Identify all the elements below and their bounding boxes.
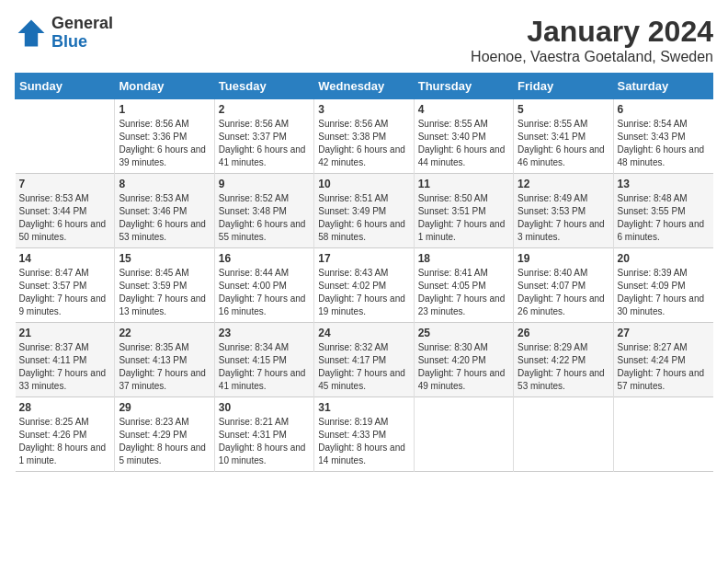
day-info: Sunrise: 8:25 AMSunset: 4:26 PMDaylight:… [19, 416, 111, 467]
calendar-cell: 9Sunrise: 8:52 AMSunset: 3:48 PMDaylight… [214, 174, 313, 248]
calendar-week-row: 21Sunrise: 8:37 AMSunset: 4:11 PMDayligh… [16, 323, 713, 397]
calendar-cell: 10Sunrise: 8:51 AMSunset: 3:49 PMDayligh… [314, 174, 414, 248]
day-number: 26 [518, 327, 609, 339]
header-thursday: Thursday [414, 74, 513, 99]
day-info: Sunrise: 8:55 AMSunset: 3:41 PMDaylight:… [518, 118, 609, 169]
day-info: Sunrise: 8:27 AMSunset: 4:24 PMDaylight:… [618, 341, 710, 393]
day-info: Sunrise: 8:19 AMSunset: 4:33 PMDaylight:… [318, 416, 409, 467]
calendar-cell: 20Sunrise: 8:39 AMSunset: 4:09 PMDayligh… [613, 248, 712, 323]
logo: General Blue [15, 15, 113, 52]
day-info: Sunrise: 8:45 AMSunset: 3:59 PMDaylight:… [119, 267, 210, 318]
calendar-cell: 13Sunrise: 8:48 AMSunset: 3:55 PMDayligh… [613, 174, 712, 248]
day-number: 6 [618, 103, 710, 116]
calendar-cell: 12Sunrise: 8:49 AMSunset: 3:53 PMDayligh… [514, 174, 613, 248]
day-number: 19 [518, 252, 609, 265]
calendar-cell: 30Sunrise: 8:21 AMSunset: 4:31 PMDayligh… [214, 397, 313, 472]
calendar-cell [613, 397, 712, 472]
day-number: 14 [19, 252, 111, 265]
day-info: Sunrise: 8:29 AMSunset: 4:22 PMDaylight:… [518, 341, 609, 393]
svg-marker-0 [18, 19, 45, 46]
day-info: Sunrise: 8:53 AMSunset: 3:44 PMDaylight:… [19, 192, 111, 244]
day-number: 28 [19, 401, 111, 414]
calendar-cell: 16Sunrise: 8:44 AMSunset: 4:00 PMDayligh… [214, 248, 313, 323]
day-info: Sunrise: 8:52 AMSunset: 3:48 PMDaylight:… [219, 192, 310, 244]
calendar-cell: 26Sunrise: 8:29 AMSunset: 4:22 PMDayligh… [514, 323, 613, 397]
calendar-cell: 3Sunrise: 8:56 AMSunset: 3:38 PMDaylight… [314, 99, 414, 174]
calendar-cell: 29Sunrise: 8:23 AMSunset: 4:29 PMDayligh… [115, 397, 214, 472]
day-number: 15 [119, 252, 210, 265]
page-header: General Blue January 2024 Hoenoe, Vaestr… [15, 15, 713, 65]
day-info: Sunrise: 8:55 AMSunset: 3:40 PMDaylight:… [418, 118, 509, 169]
day-number: 13 [618, 178, 710, 190]
header-sunday: Sunday [16, 74, 115, 99]
day-number: 4 [418, 103, 509, 116]
calendar-cell: 1Sunrise: 8:56 AMSunset: 3:36 PMDaylight… [115, 99, 214, 174]
day-info: Sunrise: 8:30 AMSunset: 4:20 PMDaylight:… [418, 341, 509, 393]
calendar-cell: 28Sunrise: 8:25 AMSunset: 4:26 PMDayligh… [16, 397, 115, 472]
day-info: Sunrise: 8:43 AMSunset: 4:02 PMDaylight:… [318, 267, 409, 318]
day-number: 9 [219, 178, 310, 190]
day-info: Sunrise: 8:21 AMSunset: 4:31 PMDaylight:… [219, 416, 310, 467]
calendar-cell: 14Sunrise: 8:47 AMSunset: 3:57 PMDayligh… [16, 248, 115, 323]
calendar-cell: 2Sunrise: 8:56 AMSunset: 3:37 PMDaylight… [214, 99, 313, 174]
logo-general: General [51, 15, 113, 33]
day-number: 29 [119, 401, 210, 414]
calendar-cell [16, 99, 115, 174]
day-info: Sunrise: 8:50 AMSunset: 3:51 PMDaylight:… [418, 192, 509, 244]
month-title: January 2024 [471, 15, 713, 49]
calendar-cell: 17Sunrise: 8:43 AMSunset: 4:02 PMDayligh… [314, 248, 414, 323]
calendar-cell: 7Sunrise: 8:53 AMSunset: 3:44 PMDaylight… [16, 174, 115, 248]
calendar-cell: 31Sunrise: 8:19 AMSunset: 4:33 PMDayligh… [314, 397, 414, 472]
day-info: Sunrise: 8:41 AMSunset: 4:05 PMDaylight:… [418, 267, 509, 318]
calendar-cell: 6Sunrise: 8:54 AMSunset: 3:43 PMDaylight… [613, 99, 712, 174]
day-info: Sunrise: 8:56 AMSunset: 3:38 PMDaylight:… [318, 118, 409, 169]
header-tuesday: Tuesday [214, 74, 313, 99]
header-saturday: Saturday [613, 74, 712, 99]
day-number: 3 [318, 103, 409, 116]
day-number: 12 [518, 178, 609, 190]
calendar-cell: 25Sunrise: 8:30 AMSunset: 4:20 PMDayligh… [414, 323, 513, 397]
calendar-table: SundayMondayTuesdayWednesdayThursdayFrid… [15, 73, 713, 472]
calendar-week-row: 14Sunrise: 8:47 AMSunset: 3:57 PMDayligh… [16, 248, 713, 323]
day-number: 31 [318, 401, 409, 414]
logo-icon [15, 17, 48, 50]
day-number: 10 [318, 178, 409, 190]
calendar-cell [414, 397, 513, 472]
day-info: Sunrise: 8:34 AMSunset: 4:15 PMDaylight:… [219, 341, 310, 393]
logo-blue: Blue [51, 33, 113, 52]
calendar-cell [514, 397, 613, 472]
calendar-cell: 23Sunrise: 8:34 AMSunset: 4:15 PMDayligh… [214, 323, 313, 397]
day-info: Sunrise: 8:56 AMSunset: 3:37 PMDaylight:… [219, 118, 310, 169]
calendar-cell: 15Sunrise: 8:45 AMSunset: 3:59 PMDayligh… [115, 248, 214, 323]
day-number: 1 [119, 103, 210, 116]
day-info: Sunrise: 8:53 AMSunset: 3:46 PMDaylight:… [119, 192, 210, 244]
day-info: Sunrise: 8:37 AMSunset: 4:11 PMDaylight:… [19, 341, 111, 393]
day-number: 25 [418, 327, 509, 339]
calendar-cell: 5Sunrise: 8:55 AMSunset: 3:41 PMDaylight… [514, 99, 613, 174]
logo-text: General Blue [51, 15, 113, 52]
calendar-cell: 19Sunrise: 8:40 AMSunset: 4:07 PMDayligh… [514, 248, 613, 323]
day-number: 24 [318, 327, 409, 339]
location-subtitle: Hoenoe, Vaestra Goetaland, Sweden [471, 49, 713, 65]
day-info: Sunrise: 8:47 AMSunset: 3:57 PMDaylight:… [19, 267, 111, 318]
day-info: Sunrise: 8:35 AMSunset: 4:13 PMDaylight:… [119, 341, 210, 393]
calendar-week-row: 7Sunrise: 8:53 AMSunset: 3:44 PMDaylight… [16, 174, 713, 248]
day-number: 7 [19, 178, 111, 190]
day-number: 21 [19, 327, 111, 339]
calendar-cell: 8Sunrise: 8:53 AMSunset: 3:46 PMDaylight… [115, 174, 214, 248]
day-info: Sunrise: 8:48 AMSunset: 3:55 PMDaylight:… [618, 192, 710, 244]
calendar-week-row: 28Sunrise: 8:25 AMSunset: 4:26 PMDayligh… [16, 397, 713, 472]
day-number: 16 [219, 252, 310, 265]
day-number: 22 [119, 327, 210, 339]
day-info: Sunrise: 8:32 AMSunset: 4:17 PMDaylight:… [318, 341, 409, 393]
calendar-cell: 21Sunrise: 8:37 AMSunset: 4:11 PMDayligh… [16, 323, 115, 397]
header-wednesday: Wednesday [314, 74, 414, 99]
calendar-cell: 24Sunrise: 8:32 AMSunset: 4:17 PMDayligh… [314, 323, 414, 397]
day-info: Sunrise: 8:51 AMSunset: 3:49 PMDaylight:… [318, 192, 409, 244]
day-info: Sunrise: 8:40 AMSunset: 4:07 PMDaylight:… [518, 267, 609, 318]
header-friday: Friday [514, 74, 613, 99]
calendar-cell: 4Sunrise: 8:55 AMSunset: 3:40 PMDaylight… [414, 99, 513, 174]
calendar-header-row: SundayMondayTuesdayWednesdayThursdayFrid… [16, 74, 713, 99]
day-info: Sunrise: 8:54 AMSunset: 3:43 PMDaylight:… [618, 118, 710, 169]
day-info: Sunrise: 8:56 AMSunset: 3:36 PMDaylight:… [119, 118, 210, 169]
